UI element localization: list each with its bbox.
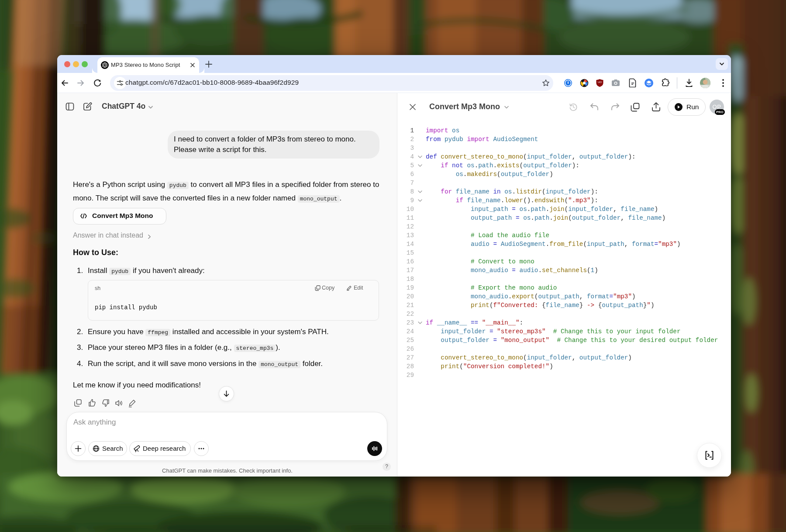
svg-text:UO: UO [598, 81, 602, 83]
